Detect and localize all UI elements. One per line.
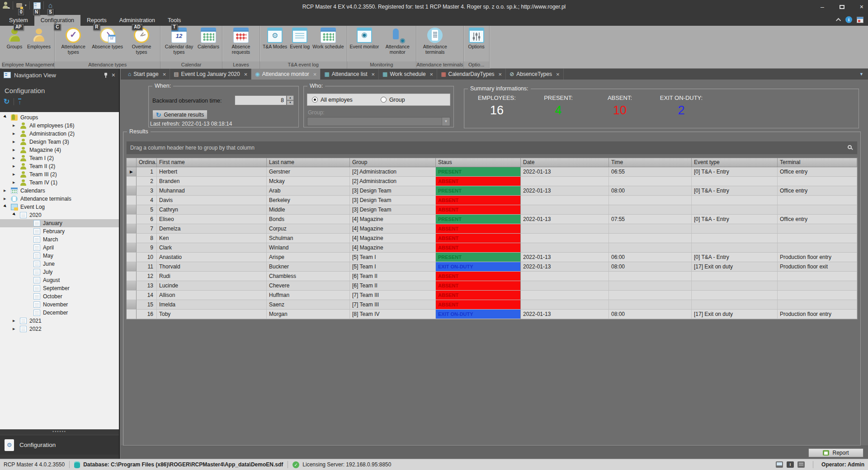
table-row[interactable]: ▶1HerbertGerstner[2] AdministractionPRES… bbox=[127, 167, 857, 177]
menu-tab-system[interactable]: SystemAP bbox=[3, 15, 34, 26]
tab-work-schedule[interactable]: ▦Work schedule× bbox=[379, 69, 437, 80]
tree-item-june[interactable]: ▶June bbox=[0, 260, 119, 268]
expand-arrow-icon[interactable]: ▶ bbox=[13, 164, 20, 168]
table-row[interactable]: 6EliseoBonds[4] MagazinePRESENT2022-01-1… bbox=[127, 215, 857, 224]
radio-all-employees[interactable]: All employes bbox=[312, 97, 353, 103]
tree-item-event-log[interactable]: ▶Event Log bbox=[0, 203, 119, 211]
pin-icon[interactable] bbox=[103, 72, 109, 78]
tree-item-2021[interactable]: ▶2021 bbox=[0, 317, 119, 325]
panel-splitter[interactable]: •••••• bbox=[0, 429, 119, 435]
ribbon-button-t-a-modes[interactable]: T&A Modes bbox=[262, 27, 288, 50]
search-icon[interactable] bbox=[848, 145, 852, 149]
tree-item-team-i-2[interactable]: ▶Team I (2) bbox=[0, 154, 119, 162]
monitor-icon[interactable] bbox=[776, 461, 783, 468]
combo-dropdown-icon[interactable]: ▼ bbox=[442, 118, 450, 126]
tree-item-february[interactable]: ▶February bbox=[0, 227, 119, 235]
tree-item-2022[interactable]: ▶2022 bbox=[0, 325, 119, 333]
ribbon-button-work-schedule[interactable]: Work schedule bbox=[311, 27, 344, 50]
table-row[interactable]: 16TobyMorgan[8] Team IVEXIT ON-DUTY2022-… bbox=[127, 310, 857, 319]
tab-close-icon[interactable]: × bbox=[499, 71, 502, 78]
column-header-first-name[interactable]: First name bbox=[157, 158, 267, 167]
tree-item-october[interactable]: ▶October bbox=[0, 292, 119, 301]
tree-item-august[interactable]: ▶August bbox=[0, 276, 119, 284]
tree-item-march[interactable]: ▶March bbox=[0, 235, 119, 244]
tab-attendance-monitor[interactable]: ◉Attendance monitor× bbox=[251, 69, 321, 80]
ribbon-button-attendance-terminals[interactable]: Attendance terminals bbox=[418, 27, 452, 55]
table-row[interactable]: 7DemelzaCorpuz[4] MagazineABSENT bbox=[127, 224, 857, 234]
table-row[interactable]: 10AnastatioArispe[5] Team IPRESENT2022-0… bbox=[127, 253, 857, 262]
tree-item-team-ii-2[interactable]: ▶Team II (2) bbox=[0, 162, 119, 170]
table-row[interactable]: 5CathrynMiddle[3] Design TeamABSENT bbox=[127, 205, 857, 215]
menu-tab-tools[interactable]: ToolsT bbox=[161, 15, 187, 26]
expand-arrow-icon[interactable]: ▶ bbox=[13, 140, 20, 144]
spinner-up-icon[interactable]: ▲ bbox=[287, 95, 294, 100]
tree-item-administraction-2[interactable]: ▶Administraction (2) bbox=[0, 130, 119, 138]
expand-arrow-icon[interactable]: ▶ bbox=[4, 189, 11, 193]
tree-item-calendars[interactable]: ▶Calendars bbox=[0, 187, 119, 195]
column-header-last-name[interactable]: Last name bbox=[267, 158, 350, 167]
tree-item-january[interactable]: ▶January bbox=[0, 219, 119, 227]
tab-attendance-list[interactable]: ▦Attendance list× bbox=[321, 69, 379, 80]
close-panel-icon[interactable]: × bbox=[112, 72, 115, 78]
tab-close-icon[interactable]: × bbox=[430, 71, 434, 78]
table-row[interactable]: 8KenSchulman[4] MagazineABSENT bbox=[127, 234, 857, 243]
navigation-footer-item[interactable]: ⚙ Configuration bbox=[0, 435, 119, 455]
input-language-icon[interactable]: I bbox=[787, 461, 794, 468]
help-grid-icon[interactable] bbox=[857, 17, 863, 23]
table-row[interactable]: 13LucindeChevere[6] Team IIABSENT bbox=[127, 281, 857, 291]
ribbon-button-event-log[interactable]: Event log bbox=[289, 27, 311, 50]
tree-item-2020[interactable]: ▶2020 bbox=[0, 211, 119, 219]
tab-close-icon[interactable]: × bbox=[313, 71, 317, 78]
info-icon[interactable]: i bbox=[845, 16, 852, 23]
ribbon-button-overtime-types[interactable]: Overtime types bbox=[125, 27, 158, 55]
ribbon-button-calendars[interactable]: Calendars bbox=[197, 27, 220, 50]
refresh-icon[interactable]: ↻ bbox=[4, 98, 9, 106]
ribbon-button-calendar-day-types[interactable]: Calendar day types bbox=[162, 27, 196, 55]
group-by-drop-area[interactable]: Drag a column header here to group by th… bbox=[126, 141, 858, 155]
expand-arrow-icon[interactable]: ▶ bbox=[13, 319, 20, 323]
expand-arrow-icon[interactable]: ▶ bbox=[13, 181, 20, 184]
column-header-staus[interactable]: Staus bbox=[436, 158, 521, 167]
tab-close-icon[interactable]: × bbox=[556, 71, 560, 78]
tab-close-icon[interactable]: × bbox=[244, 71, 248, 78]
expand-arrow-icon[interactable]: ▶ bbox=[13, 327, 20, 331]
tree-item-magazine-4[interactable]: ▶Magazine (4) bbox=[0, 146, 119, 154]
tree-item-november[interactable]: ▶November bbox=[0, 301, 119, 309]
tab-calendardaytypes[interactable]: ▦CalendarDayTypes× bbox=[437, 69, 506, 80]
tab-start-page[interactable]: ⌂Start page× bbox=[124, 69, 170, 80]
column-header-time[interactable]: Time bbox=[609, 158, 692, 167]
collapse-ribbon-icon[interactable] bbox=[836, 18, 841, 23]
tab-close-icon[interactable]: × bbox=[371, 71, 375, 78]
tree-item-design-team-3[interactable]: ▶Design Team (3) bbox=[0, 138, 119, 146]
radio-group[interactable]: Group bbox=[381, 97, 405, 103]
collapse-all-icon[interactable]: ↑ bbox=[18, 99, 21, 105]
maximize-button[interactable] bbox=[840, 5, 844, 9]
generate-results-button[interactable]: ↻ Generate results bbox=[152, 110, 208, 119]
expand-arrow-icon[interactable]: ▶ bbox=[13, 124, 20, 127]
tree-item-team-iii-2[interactable]: ▶Team III (2) bbox=[0, 170, 119, 179]
ribbon-button-options[interactable]: Options bbox=[466, 27, 487, 50]
close-button[interactable]: × bbox=[860, 4, 863, 10]
tab-event-log-january-2020[interactable]: ▤Event Log January 2020× bbox=[170, 69, 251, 80]
expand-arrow-icon[interactable]: ▶ bbox=[13, 173, 20, 176]
tree-item-team-iv-1[interactable]: ▶Team IV (1) bbox=[0, 179, 119, 187]
ribbon-button-attendance-monitor[interactable]: Attendance monitor bbox=[381, 27, 414, 55]
group-select-combo[interactable]: ▼ bbox=[307, 117, 450, 126]
ribbon-button-attendance-types[interactable]: Attendance types bbox=[57, 27, 90, 55]
column-header-ordina[interactable]: Ordina... bbox=[137, 158, 157, 167]
menu-tab-reports[interactable]: ReportsR bbox=[80, 15, 113, 26]
tree-item-attendance-terminals[interactable]: ▶Attendance terminals bbox=[0, 195, 119, 203]
spinner-down-icon[interactable]: ▼ bbox=[287, 100, 294, 105]
observation-time-input[interactable]: 8 bbox=[235, 95, 287, 105]
table-row[interactable]: 12RudiChambless[6] Team IIABSENT bbox=[127, 272, 857, 281]
collapse-arrow-icon[interactable]: ▶ bbox=[3, 114, 11, 122]
table-row[interactable]: 3MuhannadArab[3] Design TeamPRESENT2022-… bbox=[127, 186, 857, 196]
tree-item-july[interactable]: ▶July bbox=[0, 268, 119, 276]
tree-item-december[interactable]: ▶December bbox=[0, 309, 119, 317]
table-row[interactable]: 14AllisonHuffman[7] Team IIIABSENT bbox=[127, 291, 857, 300]
table-row[interactable]: 4DavisBerkeley[3] Design TeamABSENT bbox=[127, 196, 857, 205]
tree-item-may[interactable]: ▶May bbox=[0, 252, 119, 260]
reader-icon[interactable] bbox=[797, 461, 805, 468]
report-button[interactable]: Report bbox=[808, 448, 863, 457]
tab-list-dropdown-icon[interactable]: ▼ bbox=[859, 72, 863, 76]
